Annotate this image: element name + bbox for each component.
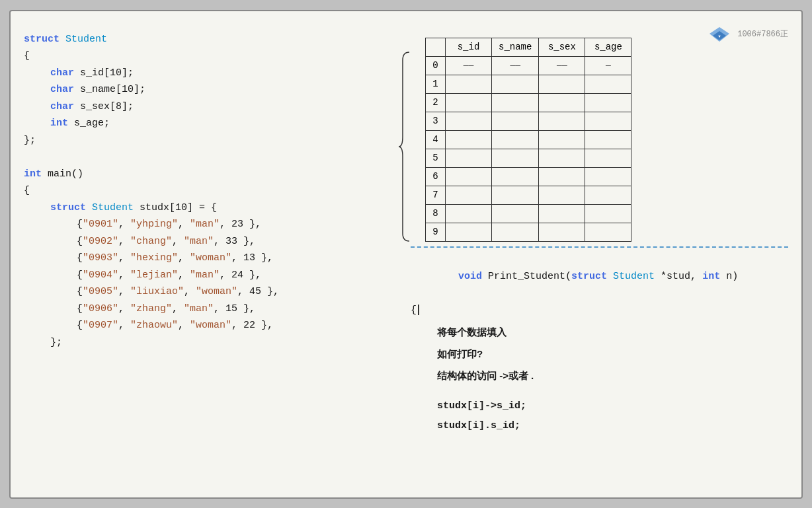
typename-student-1: Student bbox=[65, 34, 107, 45]
table-row: 8 bbox=[426, 204, 631, 223]
table-row: 0 —— —— —— — bbox=[426, 56, 631, 75]
table-cell-sid-3 bbox=[446, 112, 492, 130]
typename-student-3: Student bbox=[613, 271, 655, 282]
table-cell-ssex-5 bbox=[539, 149, 585, 167]
main-container: struct Student { char s_id[10]; char s_n… bbox=[9, 10, 803, 499]
str-0901: "0901" bbox=[83, 219, 118, 230]
table-row: 3 bbox=[426, 112, 631, 130]
svg-text:▼: ▼ bbox=[718, 34, 721, 39]
table-cell-sname-2 bbox=[492, 93, 539, 112]
struct-brace-close: }; bbox=[24, 132, 391, 149]
table-cell-sage-4 bbox=[585, 130, 631, 149]
table-cell-sid-5 bbox=[446, 149, 492, 167]
table-cell-sid-4 bbox=[446, 130, 492, 149]
table-row: 2 bbox=[426, 93, 631, 112]
table-cell-ssex-7 bbox=[539, 186, 585, 204]
table-cell-index-0: 0 bbox=[426, 56, 446, 75]
table-cell-sname-4 bbox=[492, 130, 539, 149]
table-cell-sid-6 bbox=[446, 167, 492, 186]
table-cell-index-7: 7 bbox=[426, 186, 446, 204]
table-cell-sname-8 bbox=[492, 204, 539, 223]
table-cell-index-8: 8 bbox=[426, 204, 446, 223]
kw-int-main: int bbox=[24, 168, 42, 180]
table-cell-ssex-3 bbox=[539, 112, 585, 130]
table-cell-sname-9 bbox=[492, 223, 539, 241]
table-cell-sid-1 bbox=[446, 75, 492, 93]
table-cell-ssex-9 bbox=[539, 223, 585, 241]
table-row: 7 bbox=[426, 186, 631, 204]
table-cell-sage-3 bbox=[585, 112, 631, 130]
table-header-row: s_id s_name s_sex s_age bbox=[426, 38, 631, 56]
table-cell-sid-7 bbox=[446, 186, 492, 204]
table-section: s_id s_name s_sex s_age 0 —— —— —— — bbox=[397, 32, 788, 242]
table-cell-sname-3 bbox=[492, 112, 539, 130]
table-cell-sid-0: —— bbox=[446, 56, 492, 75]
main-brace-open: { bbox=[24, 182, 391, 200]
table-cell-sid-9 bbox=[446, 223, 492, 241]
studx-init-6: {"0907", "zhaowu", "woman", 22 }, bbox=[24, 317, 391, 334]
table-cell-index-5: 5 bbox=[426, 149, 446, 167]
table-cell-sname-6 bbox=[492, 167, 539, 186]
table-cell-ssex-6 bbox=[539, 167, 585, 186]
table-cell-sage-8 bbox=[585, 204, 631, 223]
str-man-4: "man" bbox=[184, 303, 214, 314]
str-0902: "0902" bbox=[83, 236, 118, 247]
table-row: 6 bbox=[426, 167, 631, 186]
studx-init-3: {"0904", "lejian", "man", 24 }, bbox=[24, 267, 391, 284]
struct-field-2: char s_name[10]; bbox=[24, 81, 391, 98]
studx-close: }; bbox=[24, 334, 391, 351]
table-cell-sage-9 bbox=[585, 223, 631, 241]
struct-code-block: struct Student { char s_id[10]; char s_n… bbox=[24, 31, 391, 149]
table-cell-sage-2 bbox=[585, 93, 631, 112]
watermark-text: 1006#7866正 bbox=[737, 30, 788, 39]
comment-line-1: 将每个数据填入 bbox=[437, 323, 788, 341]
table-row: 4 bbox=[426, 130, 631, 149]
str-zhaowu: "zhaowu" bbox=[130, 320, 178, 331]
table-cell-ssex-2 bbox=[539, 93, 585, 112]
str-hexing: "hexing" bbox=[130, 252, 178, 264]
table-cell-ssex-4 bbox=[539, 130, 585, 149]
table-cell-index-3: 3 bbox=[426, 112, 446, 130]
func-signature-line: void Print_Student(struct Student *stud,… bbox=[411, 252, 788, 303]
kw-struct-3: struct bbox=[571, 271, 607, 282]
table-cell-ssex-0: —— bbox=[539, 56, 585, 75]
str-yhping: "yhping" bbox=[130, 219, 178, 230]
table-cell-sage-5 bbox=[585, 149, 631, 167]
studx-decl: struct Student studx[10] = { bbox=[24, 200, 391, 217]
table-header-sname: s_name bbox=[492, 38, 539, 56]
struct-line-1: struct Student bbox=[24, 31, 391, 48]
left-panel: struct Student { char s_id[10]; char s_n… bbox=[24, 24, 391, 484]
right-panel: ▼ 1006#7866正 s_id s_name s_sex s_age bbox=[391, 24, 788, 484]
table-row: 1 bbox=[426, 75, 631, 93]
str-woman-3: "woman" bbox=[190, 320, 231, 331]
table-cell-sname-5 bbox=[492, 149, 539, 167]
func-body-open: { bbox=[411, 302, 788, 319]
table-cell-sage-6 bbox=[585, 167, 631, 186]
table-cell-sname-0: —— bbox=[492, 56, 539, 75]
comment-line-2: 如何打印? bbox=[437, 345, 788, 363]
kw-int-1: int bbox=[50, 118, 68, 129]
func-name: Print_Student( bbox=[482, 271, 571, 282]
str-zhang: "zhang" bbox=[130, 303, 172, 314]
str-0904: "0904" bbox=[83, 270, 118, 281]
struct-array-table: s_id s_name s_sex s_age 0 —— —— —— — bbox=[425, 38, 631, 242]
main-code-block: int main() { struct Student studx[10] = … bbox=[24, 166, 391, 351]
func-param-n: n) bbox=[720, 271, 738, 282]
struct-brace-open: { bbox=[24, 48, 391, 65]
struct-field-3: char s_sex[8]; bbox=[24, 98, 391, 116]
str-0907: "0907" bbox=[83, 320, 118, 331]
left-curly-brace-icon bbox=[397, 51, 412, 242]
studx-init-2: {"0903", "hexing", "woman", 13 }, bbox=[24, 250, 391, 267]
str-woman-2: "woman" bbox=[196, 286, 237, 297]
kw-struct-2: struct bbox=[50, 202, 86, 213]
struct-field-1: char s_id[10]; bbox=[24, 65, 391, 82]
studx-init-1: {"0902", "chang", "man", 33 }, bbox=[24, 233, 391, 250]
studx-init-4: {"0905", "liuxiao", "woman", 45 }, bbox=[24, 283, 391, 301]
func-params: *stud, bbox=[655, 271, 702, 282]
watermark-logo-icon: ▼ bbox=[706, 24, 733, 44]
table-header-index bbox=[426, 38, 446, 56]
table-cell-sage-0: — bbox=[585, 56, 631, 75]
kw-void: void bbox=[458, 271, 482, 282]
str-0905: "0905" bbox=[83, 286, 118, 297]
str-0906: "0906" bbox=[83, 303, 118, 314]
